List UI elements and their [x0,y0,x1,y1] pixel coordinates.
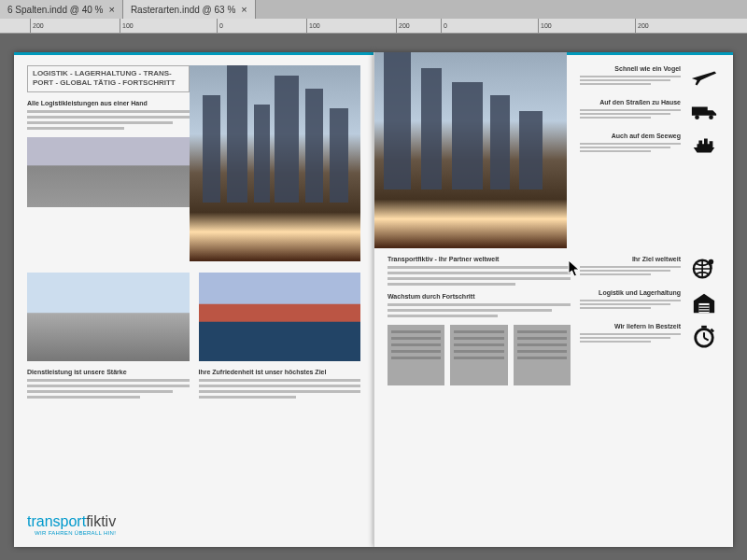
feature-item: Wir liefern in Bestzeit [580,323,720,349]
feature-item: Ihr Ziel weltweit [580,256,720,282]
page-right[interactable]: Schnell wie ein Vogel Auf den Straßen zu… [374,52,733,547]
document-spread: LOGISTIK - LAGERHALTUNG - TRANS-PORT - G… [14,52,733,547]
close-icon[interactable]: × [108,4,114,15]
feature-column-side: Ihr Ziel weltweit Logistik und Lagerhalt… [580,256,720,385]
data-columns [388,325,571,385]
logo-word-1: transport [27,513,86,529]
warehouse-icon [688,289,720,315]
subheading: Transportfiktiv - Ihr Partner weltweit [388,256,571,262]
page-left[interactable]: LOGISTIK - LAGERHALTUNG - TRANS-PORT - G… [14,52,374,547]
data-block [450,325,507,385]
feature-heading: Logistik und Lagerhaltung [580,289,681,296]
body-text [388,266,571,286]
document-tab[interactable]: Rasterarten.indd @ 63 % × [123,0,256,19]
feature-item: Auch auf dem Seeweg [580,133,720,159]
close-icon[interactable]: × [241,4,247,15]
document-tab-bar: 6 Spalten.indd @ 40 % × Rasterarten.indd… [0,0,747,19]
feature-heading: Wir liefern in Bestzeit [580,323,681,329]
data-block [388,325,444,385]
body-text [27,110,190,130]
truck-icon [688,99,720,125]
workspace: LOGISTIK - LAGERHALTUNG - TRANS-PORT - G… [0,34,747,560]
ruler-mark: 100 [538,19,552,33]
subheading: Wachstum durch Fortschritt [388,293,571,300]
stopwatch-icon [688,323,720,349]
airplane-icon [688,65,720,91]
image-truck[interactable] [27,273,190,361]
svg-point-1 [709,115,713,119]
ruler-mark: 0 [217,19,223,33]
body-text [27,379,190,399]
svg-point-3 [709,259,714,265]
svg-point-0 [695,115,699,119]
ruler-mark: 100 [120,19,134,33]
subheading: Ihre Zufriedenheit ist unser höchstes Zi… [199,369,361,375]
ship-icon [688,133,720,159]
feature-item: Logistik und Lagerhaltung [580,289,720,315]
headline-box[interactable]: LOGISTIK - LAGERHALTUNG - TRANS-PORT - G… [27,65,190,92]
feature-heading: Schnell wie ein Vogel [580,65,681,72]
mid-column: Transportfiktiv - Ihr Partner weltweit W… [388,256,571,385]
body-text [388,303,571,317]
globe-icon [688,256,720,282]
ruler-mark: 200 [635,19,649,33]
image-hero-city[interactable] [190,65,361,261]
horizontal-ruler[interactable]: 200 100 0 100 200 0 100 200 [0,19,747,34]
subheading: Alle Logistikleistungen aus einer Hand [27,100,190,106]
body-text [199,379,361,399]
ruler-mark: 200 [396,19,410,33]
ruler-mark: 100 [306,19,320,33]
ruler-mark: 0 [441,19,447,33]
feature-item: Auf den Straßen zu Hause [580,99,720,125]
document-tab[interactable]: 6 Spalten.indd @ 40 % × [0,0,123,19]
data-block [514,325,571,385]
tab-label: Rasterarten.indd @ 63 % [131,5,235,15]
feature-heading: Ihr Ziel weltweit [580,256,681,262]
feature-item: Schnell wie ein Vogel [580,65,720,91]
tab-label: 6 Spalten.indd @ 40 % [7,5,103,15]
feature-heading: Auf den Straßen zu Hause [580,99,681,105]
svg-rect-6 [701,326,707,329]
subheading: Dienstleistung ist unsere Stärke [27,369,190,375]
logo-word-2: fiktiv [86,513,116,529]
logo: transportfiktiv WIR FAHREN ÜBERALL HIN! [27,513,116,536]
image-airplane[interactable] [27,137,190,207]
image-hero-city-right[interactable] [374,52,567,248]
ruler-mark: 200 [30,19,44,33]
image-ship[interactable] [199,273,361,361]
feature-heading: Auch auf dem Seeweg [580,133,681,139]
feature-column-top: Schnell wie ein Vogel Auf den Straßen zu… [580,65,720,166]
logo-tagline: WIR FAHREN ÜBERALL HIN! [27,530,116,536]
